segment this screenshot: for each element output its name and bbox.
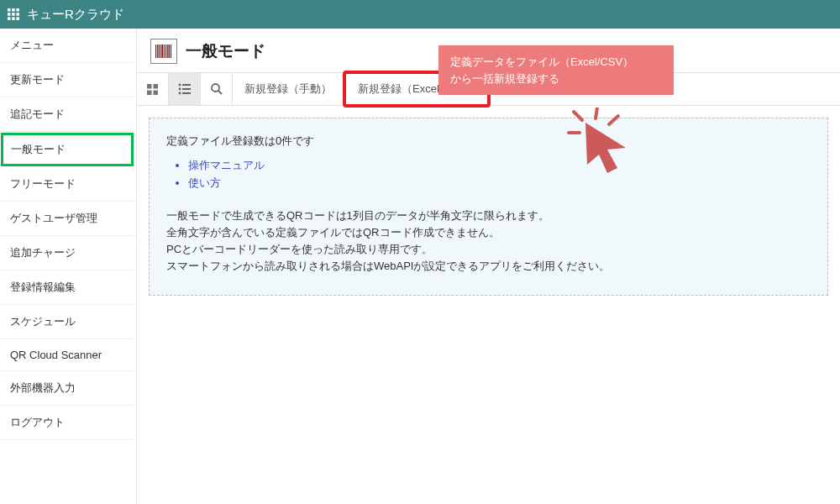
svg-rect-6 — [8, 17, 11, 20]
svg-rect-11 — [159, 45, 160, 58]
tooltip-line-2: から一括新規登録する — [450, 72, 559, 85]
list-icon — [178, 83, 192, 95]
sidebar-item-logout[interactable]: ログアウト — [0, 406, 136, 440]
info-panel: 定義ファイル登録数は0件です 操作マニュアル 使い方 一般モードで生成できるQR… — [149, 118, 828, 296]
svg-line-30 — [218, 91, 222, 94]
sidebar-item-charge[interactable]: 追加チャージ — [0, 236, 136, 270]
svg-rect-15 — [165, 45, 166, 58]
svg-point-25 — [178, 88, 181, 91]
svg-rect-24 — [182, 84, 191, 86]
app-header: キューRクラウド — [0, 0, 840, 29]
desc-line-4: スマートフォンから読み取りされる場合はWebAPIが設定できるアプリをご利用くだ… — [166, 258, 811, 275]
desc-line-1: 一般モードで生成できるQRコードは1列目のデータが半角文字に限られます。 — [166, 207, 811, 224]
svg-rect-21 — [147, 90, 152, 95]
svg-point-23 — [178, 84, 181, 87]
sidebar-item-update-mode[interactable]: 更新モード — [0, 63, 136, 97]
svg-rect-20 — [154, 84, 159, 89]
grid-icon — [146, 83, 159, 96]
sidebar-item-guest-user[interactable]: ゲストユーザ管理 — [0, 202, 136, 236]
app-title: キューRクラウド — [27, 7, 124, 23]
tooltip-line-1: 定義データをファイル（Excel/CSV） — [450, 55, 633, 68]
svg-rect-9 — [155, 45, 156, 58]
sidebar-item-schedule[interactable]: スケジュール — [0, 305, 136, 339]
register-manual-button[interactable]: 新規登録（手動） — [233, 73, 344, 105]
svg-rect-17 — [169, 45, 171, 58]
svg-rect-7 — [12, 17, 15, 20]
svg-point-29 — [212, 84, 219, 92]
sidebar: メニュー 更新モード 追記モード 一般モード フリーモード ゲストユーザ管理 追… — [0, 29, 137, 504]
link-list: 操作マニュアル 使い方 — [166, 157, 811, 192]
sidebar-heading: メニュー — [0, 29, 136, 63]
svg-rect-3 — [8, 13, 11, 16]
svg-rect-26 — [182, 88, 191, 90]
svg-rect-4 — [12, 13, 15, 16]
desc-line-3: PCとバーコードリーダーを使った読み取り専用です。 — [166, 241, 811, 258]
sidebar-item-registration-edit[interactable]: 登録情報編集 — [0, 270, 136, 305]
panel-heading: 定義ファイル登録数は0件です — [166, 134, 811, 149]
sidebar-item-append-mode[interactable]: 追記モード — [0, 97, 136, 132]
search-icon — [210, 82, 223, 96]
svg-rect-22 — [154, 90, 159, 95]
link-manual[interactable]: 操作マニュアル — [188, 157, 811, 175]
barcode-icon — [150, 39, 177, 64]
search-button[interactable] — [201, 73, 233, 105]
svg-rect-16 — [167, 45, 168, 58]
page-title: 一般モード — [186, 40, 265, 62]
svg-rect-28 — [182, 92, 191, 94]
svg-rect-19 — [147, 84, 152, 89]
sidebar-item-general-mode[interactable]: 一般モード — [1, 133, 134, 166]
svg-rect-14 — [164, 45, 165, 58]
main-content: 一般モード — [137, 29, 840, 504]
app-menu-icon[interactable] — [7, 8, 20, 21]
desc-line-2: 全角文字が含んでいる定義ファイルではQRコード作成できません。 — [166, 224, 811, 241]
svg-rect-10 — [157, 45, 158, 58]
grid-view-button[interactable] — [137, 73, 169, 105]
tooltip-callout: 定義データをファイル（Excel/CSV） から一括新規登録する — [438, 45, 674, 95]
svg-rect-1 — [12, 8, 15, 12]
svg-rect-5 — [16, 13, 19, 16]
svg-rect-2 — [16, 8, 19, 12]
svg-rect-0 — [8, 8, 11, 12]
svg-rect-8 — [16, 17, 19, 20]
sidebar-item-external-input[interactable]: 外部機器入力 — [0, 371, 136, 406]
link-usage[interactable]: 使い方 — [188, 175, 811, 192]
list-view-button[interactable] — [169, 73, 201, 105]
svg-rect-13 — [162, 45, 164, 58]
svg-point-27 — [178, 92, 181, 95]
svg-rect-12 — [160, 45, 161, 58]
sidebar-item-qr-scanner[interactable]: QR Cloud Scanner — [0, 339, 136, 371]
sidebar-item-free-mode[interactable]: フリーモード — [0, 167, 136, 202]
svg-rect-18 — [171, 45, 171, 58]
